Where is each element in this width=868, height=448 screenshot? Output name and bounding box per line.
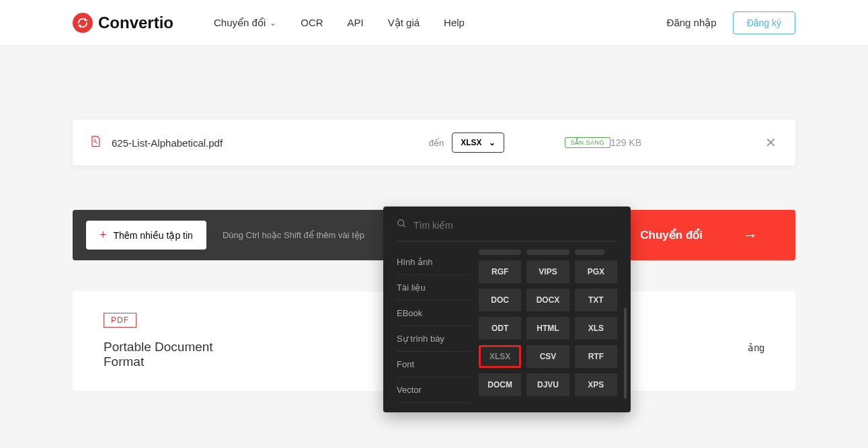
format-option-vips[interactable]: VIPS <box>526 260 569 283</box>
signup-button[interactable]: Đăng ký <box>733 11 795 34</box>
chevron-down-icon: ⌄ <box>270 18 276 28</box>
format-option-html[interactable]: HTML <box>526 317 569 340</box>
category-item[interactable]: EBook <box>397 301 471 326</box>
convert-button[interactable]: Chuyển đổi → <box>602 210 795 260</box>
to-label: đến <box>429 138 444 148</box>
skeleton <box>479 250 521 255</box>
format-option-xls[interactable]: XLS <box>575 317 617 340</box>
nav-ocr[interactable]: OCR <box>301 17 323 28</box>
category-list: Hình ảnhTài liệuEBookSự trình bàyFontVec… <box>397 250 471 403</box>
format-option-docm[interactable]: DOCM <box>479 373 521 396</box>
format-option-djvu[interactable]: DJVU <box>526 373 569 396</box>
status-badge: SẴN SÀNG <box>565 137 611 148</box>
dropdown-search <box>397 219 617 241</box>
format-option-xps[interactable]: XPS <box>575 373 617 396</box>
format-option-pgx[interactable]: PGX <box>575 260 617 283</box>
format-option-docx[interactable]: DOCX <box>526 289 569 311</box>
category-item[interactable]: Sự trình bày <box>397 326 471 352</box>
category-item[interactable]: Vector <box>397 377 471 403</box>
nav-api[interactable]: API <box>348 17 364 28</box>
search-icon <box>397 219 407 231</box>
format-dropdown: Hình ảnhTài liệuEBookSự trình bàyFontVec… <box>383 207 631 412</box>
format-option-rgf[interactable]: RGF <box>479 260 521 283</box>
file-size: 129 KB <box>610 137 641 148</box>
svg-point-0 <box>398 220 404 226</box>
content-area: 625-List-Alphabetical.pdf đến XLSX ⌄ SẴN… <box>0 46 868 391</box>
format-grid: RGFVIPSPGXDOCDOCXTXTODTHTMLXLSXLSXCSVRTF… <box>471 250 617 403</box>
add-files-button[interactable]: + Thêm nhiều tập tin <box>86 221 206 250</box>
format-title: Portable Document Format <box>104 340 230 369</box>
category-item[interactable]: Tài liệu <box>397 275 471 301</box>
hint-text: Dùng Ctrl hoặc Shift để thêm vài tệp <box>223 230 364 240</box>
format-option-doc[interactable]: DOC <box>479 289 521 311</box>
logo[interactable]: Convertio <box>73 13 173 33</box>
scrollbar[interactable] <box>624 307 627 399</box>
nav-help[interactable]: Help <box>444 17 465 28</box>
brand-name: Convertio <box>98 13 173 32</box>
format-option-txt[interactable]: TXT <box>575 289 617 311</box>
login-link[interactable]: Đăng nhập <box>667 17 717 29</box>
format-badge: PDF <box>104 313 136 328</box>
pdf-icon <box>89 135 102 151</box>
text-fragment: ảng <box>748 342 764 353</box>
chevron-down-icon: ⌄ <box>489 138 496 147</box>
header-right: Đăng nhập Đăng ký <box>667 11 795 34</box>
format-option-odt[interactable]: ODT <box>479 317 521 340</box>
file-row: 625-List-Alphabetical.pdf đến XLSX ⌄ SẴN… <box>73 120 795 165</box>
format-select[interactable]: XLSX ⌄ <box>452 133 504 153</box>
category-item[interactable]: Hình ảnh <box>397 250 471 275</box>
main-nav: Chuyển đổi ⌄ OCR API Vật giá Help <box>214 17 465 29</box>
logo-icon <box>73 13 93 33</box>
category-item[interactable]: Font <box>397 352 471 377</box>
format-option-rtf[interactable]: RTF <box>575 345 617 368</box>
nav-pricing[interactable]: Vật giá <box>388 17 420 29</box>
nav-convert[interactable]: Chuyển đổi ⌄ <box>214 17 276 29</box>
search-input[interactable] <box>413 220 617 231</box>
header: Convertio Chuyển đổi ⌄ OCR API Vật giá H… <box>0 0 868 46</box>
format-option-xlsx[interactable]: XLSX <box>479 345 521 368</box>
file-name: 625-List-Alphabetical.pdf <box>112 137 429 149</box>
skeleton <box>526 250 569 255</box>
close-icon[interactable]: ✕ <box>762 132 779 153</box>
skeleton <box>575 250 604 255</box>
arrow-right-icon: → <box>743 227 758 244</box>
format-option-csv[interactable]: CSV <box>526 345 569 368</box>
plus-icon: + <box>100 228 107 242</box>
